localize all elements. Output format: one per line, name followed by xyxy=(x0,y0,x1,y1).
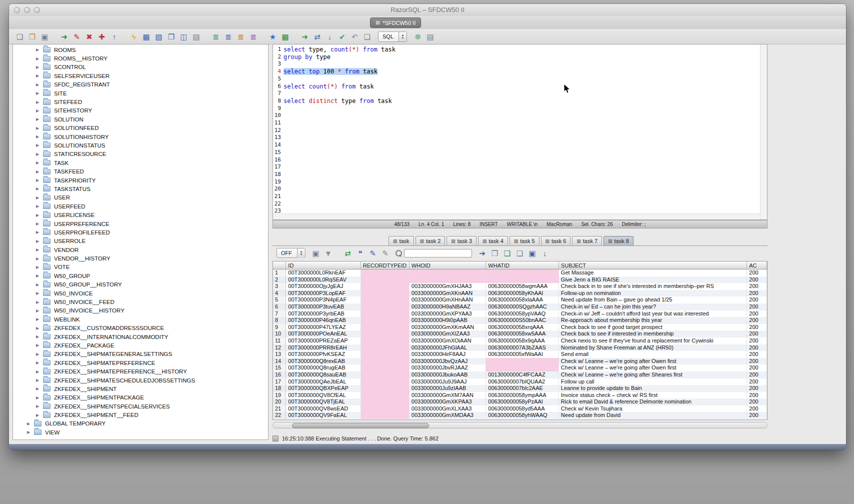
data-cell[interactable]: Check w/ Leanne – we're going after Owen… xyxy=(558,364,746,372)
tree-item[interactable]: ▶VIEW xyxy=(13,428,268,436)
data-cell[interactable]: 0063000000S50bnAAC xyxy=(486,317,559,324)
data-cell[interactable]: 200 xyxy=(747,270,767,276)
data-cell[interactable]: 0033000000Ju9zIAAB xyxy=(409,385,486,392)
data-cell[interactable] xyxy=(360,317,409,324)
data-cell[interactable]: 00T3000000Q8rugEAB xyxy=(286,364,360,372)
disclosure-triangle-icon[interactable]: ▶ xyxy=(35,134,40,139)
table-row[interactable]: 1400T3000000Q8rexEAB 0033000000JbvQzAAJ … xyxy=(273,358,767,365)
data-cell[interactable]: 00T3000000QV8wsEAD xyxy=(286,406,360,412)
disclosure-triangle-icon[interactable]: ▶ xyxy=(35,413,40,418)
save-results-page-button[interactable]: ▣ xyxy=(526,248,538,258)
disclosure-triangle-icon[interactable]: ▶ xyxy=(35,108,40,113)
table-row[interactable]: 2100T3000000QV8wsEAD 0033000000GmXLXAA30… xyxy=(273,406,767,412)
data-cell[interactable]: 0033000000GmXKmAAN xyxy=(409,324,486,331)
data-cell[interactable]: 0033000000GmXKPAA3 xyxy=(409,398,486,406)
disclosure-triangle-icon[interactable]: ▶ xyxy=(35,178,40,182)
disclosure-triangle-icon[interactable]: ▶ xyxy=(35,404,40,408)
table-row[interactable]: 100T3000000L0RknEAF Get Massage200 xyxy=(273,270,767,276)
data-cell[interactable]: 006300000058wgmAAA xyxy=(486,283,559,290)
data-cell[interactable] xyxy=(360,310,409,318)
disclosure-triangle-icon[interactable]: ▶ xyxy=(35,74,40,78)
disclosure-triangle-icon[interactable]: ▶ xyxy=(35,308,40,313)
tree-item[interactable]: ▶ROOMS xyxy=(13,46,268,54)
re-execute-query-button[interactable]: ⇄ xyxy=(342,248,354,258)
save-file-button[interactable]: ▣ xyxy=(39,31,50,42)
row-number-header[interactable] xyxy=(273,262,286,270)
tree-item[interactable]: ▶SITEFEED xyxy=(13,98,268,106)
data-cell[interactable]: 00630000007blc2AAE xyxy=(486,385,559,392)
search-go-button[interactable]: ➔ xyxy=(476,248,488,258)
execute-query-button[interactable]: ϟ xyxy=(128,31,140,42)
data-cell[interactable]: 200 xyxy=(747,392,767,399)
data-cell[interactable]: 200 xyxy=(747,385,767,392)
data-cell[interactable]: 200 xyxy=(747,378,767,386)
table-row[interactable]: 1700T3000000QAeJbEAL 0033000000Ju9J9AAJ0… xyxy=(273,378,767,386)
disclosure-triangle-icon[interactable]: ▶ xyxy=(35,230,40,234)
close-tab-icon[interactable]: ⊠ xyxy=(451,238,455,244)
tree-item[interactable]: ▶SITE xyxy=(13,89,268,98)
disclosure-triangle-icon[interactable]: ▶ xyxy=(35,352,40,356)
reload-object-button[interactable]: ↑ xyxy=(108,31,120,42)
tree-item[interactable]: ▶SFDC_REGISTRANT xyxy=(13,80,268,89)
data-cell[interactable]: 006300000058yd5AAA xyxy=(486,406,559,412)
disclosure-triangle-icon[interactable]: ▶ xyxy=(35,334,40,339)
data-cell[interactable]: 006300000058ypVAAQ xyxy=(486,310,559,318)
document-tab[interactable]: ⊠ *SFDCW50 II xyxy=(370,18,421,28)
data-cell[interactable]: 200 xyxy=(747,296,767,304)
edit-results-button[interactable]: ✎ xyxy=(367,248,378,258)
data-cell[interactable]: 0033000000GmXIZAA3 xyxy=(409,330,486,338)
tree-item[interactable]: ▶GLOBAL TEMPORARY xyxy=(13,420,268,428)
data-cell[interactable]: 00T3000000P47LYEAZ xyxy=(286,324,360,331)
tree-item[interactable]: ▶WEBLINK xyxy=(13,315,268,324)
data-cell[interactable]: 00T3000000POeAnEAL xyxy=(286,330,360,338)
data-cell[interactable]: Check-in w/ Jeff – couldn't afford last … xyxy=(558,310,746,318)
data-cell[interactable] xyxy=(360,296,409,304)
data-cell[interactable] xyxy=(360,330,409,338)
compare-objects-button[interactable]: ◫ xyxy=(178,31,190,42)
tree-item[interactable]: ▶TASKPRIORITY xyxy=(13,176,268,184)
data-cell[interactable]: 006300000058xlaAAA xyxy=(486,296,559,304)
data-cell[interactable]: 0033000000GmXLXAA3 xyxy=(409,406,486,412)
data-cell[interactable]: 00T3000000P3tuvEAB xyxy=(286,304,360,310)
row-limit-select[interactable]: OFF ▲▼ xyxy=(276,248,306,258)
data-cell[interactable]: 200 xyxy=(747,324,767,331)
data-cell[interactable]: 006300000058x9qAAA xyxy=(486,338,559,344)
disclosure-triangle-icon[interactable]: ▶ xyxy=(35,282,40,287)
new-file-button[interactable]: ❏ xyxy=(14,31,26,42)
tree-item[interactable]: ▶ZKFEDEX__SHIPMATEPREFERENCE__HISTORY xyxy=(13,367,268,376)
data-cell[interactable]: 200 xyxy=(747,290,767,297)
commit-transaction-button[interactable]: ✔ xyxy=(336,31,348,42)
data-cell[interactable]: 200 xyxy=(747,412,767,419)
go-forward-button[interactable]: ➜ xyxy=(299,31,310,42)
chart-results-list-button[interactable]: ≣ xyxy=(248,31,259,42)
data-cell[interactable]: 0033000000GmXKnAAN xyxy=(409,290,486,297)
switch-connection-button[interactable]: ⇄ xyxy=(312,31,323,42)
data-cell[interactable] xyxy=(409,276,486,284)
editor-horizontal-scrollbar[interactable] xyxy=(273,214,760,220)
data-cell[interactable]: Check back to see if interested in membe… xyxy=(558,330,746,338)
column-header-recordtypeid[interactable]: RECORDTYPEID xyxy=(360,262,409,270)
table-row[interactable]: 500T3000000P3N4pEAF 0033000000GmXHnAAN00… xyxy=(273,296,767,304)
tree-item[interactable]: ▶ZKFEDEX__CUSTOMADDRESSSOURCE xyxy=(13,324,268,332)
data-cell[interactable]: 0033000000GmXPYAA3 xyxy=(409,310,486,318)
favorites-star-button[interactable]: ★ xyxy=(267,31,278,42)
data-cell[interactable] xyxy=(360,276,409,284)
data-cell[interactable] xyxy=(360,406,409,412)
data-cell[interactable] xyxy=(360,344,409,352)
open-file-button[interactable]: ❒ xyxy=(26,31,38,42)
data-cell[interactable]: 006300000058xw5AAA xyxy=(486,330,559,338)
data-cell[interactable]: 200 xyxy=(747,310,767,318)
data-cell[interactable] xyxy=(486,276,559,284)
data-cell[interactable]: 200 xyxy=(747,372,767,378)
table-row[interactable]: 200T3000000L0RqSEAV Give Jenn a BIG RAIS… xyxy=(273,276,767,284)
data-cell[interactable] xyxy=(360,304,409,310)
data-cell[interactable]: Nominated by Shane Freeman at ANZ (HR50) xyxy=(558,344,746,352)
tree-item[interactable]: ▶SOLUTIONFEED xyxy=(13,124,268,132)
data-cell[interactable]: 006300000058ympAAA xyxy=(486,392,559,399)
table-row[interactable]: 800T3000000P46qnEAB 0033000000H9i0pAAB00… xyxy=(273,317,767,324)
disclosure-triangle-icon[interactable]: ▶ xyxy=(35,152,40,156)
data-cell[interactable] xyxy=(486,358,559,365)
data-cell[interactable] xyxy=(360,351,409,358)
statement-type-select[interactable]: SQL ▲▼ xyxy=(378,32,407,42)
tree-item[interactable]: ▶VENDOR xyxy=(13,246,268,254)
